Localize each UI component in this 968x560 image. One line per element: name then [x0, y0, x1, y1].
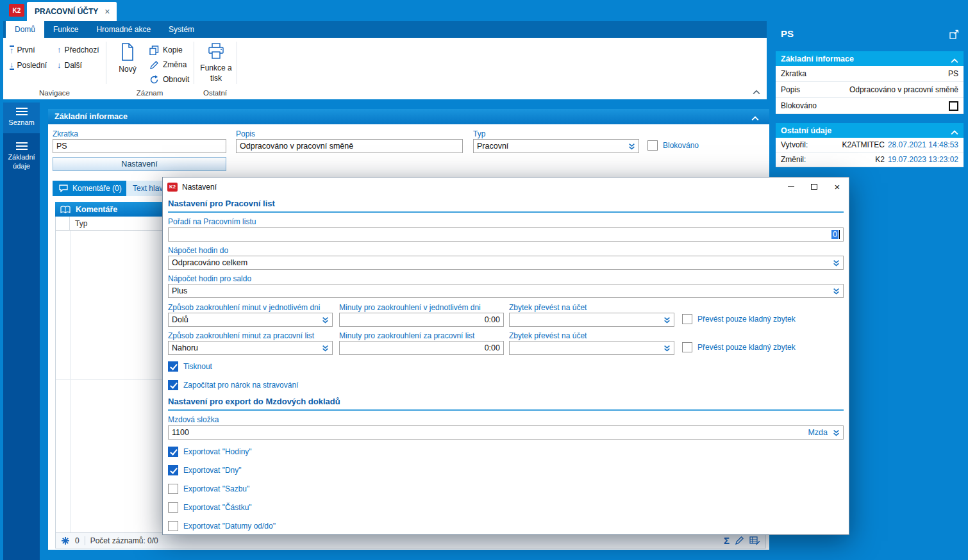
- sidebar-item-zakladni-udaje[interactable]: Základní údaje: [3, 137, 40, 177]
- ribbon-tab-funkce[interactable]: Funkce: [44, 21, 87, 38]
- saldo-dropdown[interactable]: Plus: [168, 284, 844, 298]
- last-button[interactable]: ↓ Poslední: [10, 60, 47, 71]
- export-castku-checkbox[interactable]: [168, 502, 178, 513]
- zkratka-label: Zkratka: [53, 129, 78, 138]
- tab-text-label: Text hlav: [133, 184, 163, 193]
- text-caret: [839, 230, 840, 239]
- collapse-section-icon[interactable]: [951, 128, 958, 137]
- sum-icon[interactable]: Σ: [724, 536, 730, 545]
- saldo-label: Nápočet hodin pro saldo: [168, 274, 251, 283]
- dialog-title: Nastavení: [182, 183, 217, 192]
- zbytek-dni-label: Zbytek převést na účet: [509, 303, 587, 312]
- zpusob-dni-dropdown[interactable]: Dolů: [168, 313, 333, 327]
- collapse-section-icon[interactable]: [751, 114, 759, 123]
- refresh-icon: [149, 75, 159, 85]
- typ-dropdown[interactable]: Pracovní: [473, 139, 639, 153]
- ribbon-tab-system[interactable]: Systém: [160, 21, 203, 38]
- export-sazbu-checkbox[interactable]: [168, 484, 178, 494]
- column-typ-label[interactable]: Typ: [70, 219, 87, 228]
- nastaveni-button[interactable]: Nastavení: [53, 157, 226, 171]
- export-datumy-checkbox[interactable]: [168, 521, 178, 531]
- dropdown-icon: [833, 259, 840, 267]
- row-label: Vytvořil:: [781, 140, 808, 149]
- zkratka-input[interactable]: PS: [53, 139, 226, 153]
- functions-print-button[interactable]: Funkce a tisk: [197, 43, 235, 95]
- zpusob-dni-label: Způsob zaokrouhlení minut v jednotlivém …: [168, 303, 320, 312]
- export-sazbu-row: Exportovat "Sazbu": [168, 484, 249, 494]
- blokovano-checkbox[interactable]: [647, 140, 658, 151]
- close-tab-icon[interactable]: ×: [104, 6, 110, 17]
- k2-logo-icon[interactable]: K2: [9, 4, 24, 17]
- status-separator: [85, 536, 85, 545]
- collapse-section-icon[interactable]: [951, 56, 958, 65]
- ribbon-tab-domu[interactable]: Domů: [6, 21, 44, 38]
- sidebar-item-label: Seznam: [8, 119, 34, 128]
- edit-icon[interactable]: [735, 536, 744, 545]
- collapse-ribbon-icon[interactable]: [753, 88, 760, 97]
- prevest-list-checkbox[interactable]: [682, 342, 692, 352]
- k2-logo-icon: K2: [167, 183, 178, 192]
- dialog-titlebar[interactable]: K2 Nastavení ×: [163, 177, 849, 196]
- section-basic-info[interactable]: Základní informace: [776, 51, 964, 66]
- ribbon-tab-hromadne-akce[interactable]: Hromadné akce: [87, 21, 160, 38]
- dropdown-icon: [322, 345, 329, 352]
- zpusob-list-dropdown[interactable]: Nahoru: [168, 341, 333, 355]
- status-records: Počet záznamů: 0/0: [90, 536, 158, 545]
- zbytek-dni-dropdown[interactable]: [509, 313, 674, 327]
- prevest-dni-checkbox[interactable]: [682, 314, 692, 324]
- maximize-icon[interactable]: [803, 177, 826, 196]
- saldo-value: Plus: [172, 286, 830, 295]
- export-hodiny-checkbox[interactable]: [168, 447, 178, 457]
- audit-date: 28.07.2021 14:48:53: [888, 140, 958, 149]
- sidebar-item-label: Základní údaje: [5, 153, 38, 171]
- row-label: Změnil:: [781, 155, 806, 164]
- refresh-button[interactable]: Obnovit: [149, 74, 189, 85]
- group-separator: [194, 42, 194, 84]
- minimize-icon[interactable]: [780, 177, 803, 196]
- section-other-data[interactable]: Ostatní údaje: [776, 123, 964, 138]
- expand-panel-icon[interactable]: [949, 29, 959, 41]
- first-button[interactable]: ↑ První: [10, 44, 35, 56]
- dropdown-icon: [833, 429, 840, 436]
- asterisk-icon[interactable]: [61, 536, 70, 545]
- minuty-dni-input[interactable]: 0:00: [339, 313, 504, 327]
- printer-icon: [207, 43, 225, 60]
- copy-label: Kopie: [163, 45, 183, 54]
- zapocitat-checkbox[interactable]: [168, 380, 178, 390]
- mzdova-input[interactable]: 1100 Mzda: [168, 425, 844, 440]
- zbytek-list-dropdown[interactable]: [509, 341, 674, 355]
- zkratka-value: PS: [56, 142, 222, 151]
- close-icon[interactable]: ×: [826, 177, 849, 196]
- napocet-dropdown[interactable]: Odpracováno celkem: [168, 256, 844, 270]
- section-basic-info-label: Základní informace: [781, 54, 854, 63]
- sidebar-item-seznam[interactable]: Seznam: [3, 103, 40, 133]
- tisknout-checkbox[interactable]: [168, 361, 178, 372]
- zapocitat-checkbox-row: Započítat pro nárok na stravování: [168, 380, 298, 390]
- napocet-label: Nápočet hodin do: [168, 246, 228, 255]
- section1-title: Nastavení pro Pracovní list: [168, 199, 275, 208]
- previous-button[interactable]: ↑ Předchozí: [57, 44, 99, 56]
- poradi-input[interactable]: 0: [168, 227, 844, 242]
- zpusob-dni-value: Dolů: [172, 315, 319, 324]
- status-count: 0: [75, 536, 79, 545]
- nastaveni-button-label: Nastavení: [121, 160, 157, 169]
- tab-komentare[interactable]: Komentáře (0): [53, 181, 128, 196]
- blokovano-checkbox-row: Blokováno: [647, 140, 699, 151]
- grid-edit-icon[interactable]: [749, 536, 760, 545]
- new-button[interactable]: Nový: [112, 43, 143, 89]
- popis-input[interactable]: Odpracováno v pracovní směně: [236, 139, 463, 153]
- dropdown-icon: [663, 317, 671, 324]
- edit-button[interactable]: Změna: [149, 59, 187, 70]
- next-button[interactable]: ↓ Další: [57, 60, 82, 71]
- blokovano-preview-checkbox[interactable]: [949, 101, 958, 111]
- copy-button[interactable]: Kopie: [149, 44, 183, 56]
- document-tab[interactable]: PRACOVNÍ ÚČTY ×: [27, 2, 117, 21]
- zpusob-list-value: Nahoru: [172, 343, 319, 352]
- export-hodiny-row: Exportovat "Hodiny": [168, 447, 252, 457]
- export-dny-checkbox[interactable]: [168, 465, 178, 475]
- export-datumy-label: Exportovat "Datumy od/do": [183, 522, 276, 531]
- ribbon-body: ↑ První ↓ Poslední ↑ Předchozí ↓ Další N…: [3, 38, 767, 99]
- napocet-value: Odpracováno celkem: [172, 258, 830, 267]
- export-castku-row: Exportovat "Částku": [168, 502, 252, 513]
- minuty-list-input[interactable]: 0:00: [339, 341, 504, 355]
